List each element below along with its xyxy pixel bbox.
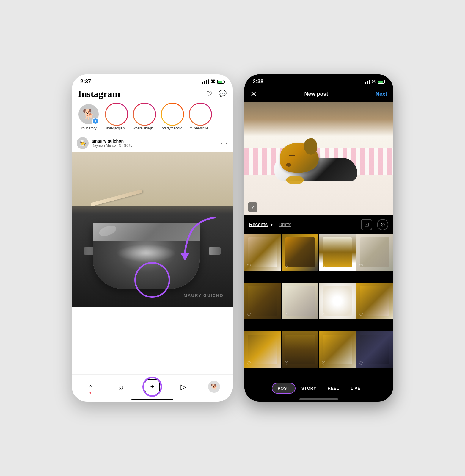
story-item-bradythecorgi[interactable]: 🐕 bradythecorgi	[161, 104, 184, 130]
photo-cell-10[interactable]: ♡	[282, 331, 319, 368]
nav-profile[interactable]: 🐕	[207, 379, 221, 394]
dog-silhouette	[274, 146, 363, 181]
select-multiple-icon: ⊡	[365, 221, 369, 228]
left-home-bar	[131, 399, 173, 400]
photo-12-heart: ♡	[359, 361, 363, 366]
brady-avatar-wrap: 🐕	[162, 104, 183, 125]
nav-home[interactable]: ⌂	[83, 379, 98, 394]
countertop	[72, 152, 232, 206]
post-more-button[interactable]: ···	[221, 140, 228, 147]
camera-icon: ⊙	[381, 221, 385, 228]
photo-cell-3[interactable]: ♡	[319, 234, 356, 271]
story-item-javier[interactable]: 👨‍🍳 javierjarquin...	[105, 104, 128, 130]
photo-cell-12[interactable]: ♡	[356, 331, 393, 368]
dog-eye-closed	[289, 155, 295, 156]
next-button[interactable]: Next	[376, 91, 387, 97]
expand-arrows-icon: ⤢	[251, 204, 255, 210]
photo-1-content	[248, 237, 277, 267]
photo-cell-4[interactable]: ♡	[356, 234, 393, 271]
nav-reels[interactable]: ▷	[176, 379, 191, 394]
post-header: 👨‍🍳 amaury guichon Raymon Marco · GIRRRL…	[72, 134, 232, 152]
javier-label: javierjarquin...	[106, 126, 128, 130]
reels-icon: ▷	[180, 382, 186, 392]
camera-button[interactable]: ⊙	[377, 219, 388, 230]
nav-add[interactable]: +	[145, 379, 160, 394]
expand-icon[interactable]: ⤢	[248, 202, 257, 212]
post-type-tab-bar: POST STORY REEL LIVE	[244, 379, 393, 397]
story-item-your-story[interactable]: 🐕 + Your story	[77, 104, 100, 130]
instagram-header: Instagram ♡ 💬	[72, 87, 232, 102]
add-button-highlight-ring	[142, 377, 162, 397]
photo-10-heart: ♡	[284, 361, 288, 366]
search-icon: ⌕	[119, 382, 124, 392]
photo-9-content	[248, 335, 277, 364]
photo-4-content	[360, 237, 389, 267]
bottom-nav: ⌂ ⌕ + ▷ 🐕	[72, 374, 232, 397]
watermark: MAURY GUICHO	[184, 293, 224, 298]
javier-avatar-wrap: 👨‍🍳	[106, 104, 127, 125]
left-status-bar: 2:37 ⌘	[72, 74, 232, 87]
drafts-tab[interactable]: Drafts	[279, 222, 291, 227]
photo-5-heart: ♡	[247, 312, 251, 317]
photo-11-content	[323, 335, 352, 364]
mikee-story-ring	[189, 103, 212, 126]
wifi-icon-right: ⌘	[372, 79, 376, 84]
recents-dropdown-arrow[interactable]: ▾	[271, 222, 273, 227]
tab-story[interactable]: STORY	[296, 383, 322, 393]
dog-head	[280, 143, 319, 173]
dog-paw-front	[286, 176, 304, 184]
stories-bar: 🐕 + Your story 👨‍🍳 javierjarquin... 😤	[72, 102, 232, 134]
story-item-whereisbagh[interactable]: 😤 whereisbagh...	[133, 104, 156, 130]
tab-post[interactable]: POST	[272, 383, 296, 394]
photo-2-heart: ♡	[284, 263, 288, 269]
instagram-logo: Instagram	[78, 88, 120, 99]
new-post-title: New post	[304, 91, 328, 97]
left-time: 2:37	[80, 79, 91, 85]
nav-search[interactable]: ⌕	[114, 379, 129, 394]
photo-6-heart: ♡	[284, 312, 288, 317]
home-icon: ⌂	[88, 382, 93, 392]
left-status-icons: ⌘	[202, 79, 224, 84]
photo-cell-5[interactable]: ♡	[244, 283, 281, 320]
select-multiple-button[interactable]: ⊡	[361, 219, 372, 230]
left-phone: 2:37 ⌘ Instagram ♡ 💬 🐕	[72, 74, 232, 402]
battery-icon	[217, 80, 224, 84]
photo-11-heart: ♡	[321, 361, 326, 366]
photo-12-content	[360, 335, 389, 364]
photo-cell-11[interactable]: ♡	[319, 331, 356, 368]
feed-image: MAURY GUICHO	[72, 152, 232, 307]
heart-icon[interactable]: ♡	[206, 90, 213, 98]
post-username[interactable]: amaury guichon	[92, 139, 221, 143]
photo-cell-6[interactable]: ♡	[282, 283, 319, 320]
photo-3-heart: ♡	[321, 263, 326, 269]
photo-grid: ♡ ♡ ♡ ♡ ♡ ♡ ♡ ♡	[244, 234, 393, 379]
gallery-toolbar: Recents ▾ Drafts ⊡ ⊙	[244, 215, 393, 234]
photo-cell-9[interactable]: ♡	[244, 331, 281, 368]
post-user-avatar: 👨‍🍳	[77, 137, 89, 149]
messenger-icon[interactable]: 💬	[219, 90, 227, 98]
photo-cell-1[interactable]: ♡	[244, 234, 281, 271]
circle-annotation	[134, 262, 170, 298]
home-notification-dot	[90, 392, 91, 394]
whereisbagh-story-ring	[133, 103, 156, 126]
story-item-mikeewinfie[interactable]: 😎 mikeewinfie...	[188, 104, 212, 130]
photo-cell-7[interactable]: ♡	[319, 283, 356, 320]
photo-cell-8[interactable]: ♡	[356, 283, 393, 320]
brady-label: bradythecorgi	[162, 126, 183, 130]
photo-4-heart: ♡	[359, 263, 363, 269]
photo-10-content	[285, 335, 315, 364]
svg-marker-0	[180, 253, 189, 261]
photo-8-heart: ♡	[359, 312, 363, 317]
photo-cell-2[interactable]: ♡	[282, 234, 319, 271]
preview-image: 🌸 🌸 ⤢	[244, 102, 393, 215]
pot-scene: MAURY GUICHO	[72, 152, 232, 307]
your-story-avatar-wrap: 🐕 +	[78, 104, 99, 125]
tab-reel[interactable]: REEL	[322, 383, 345, 393]
right-time: 2:38	[253, 79, 263, 85]
add-button[interactable]: +	[145, 379, 160, 394]
tab-live[interactable]: LIVE	[345, 383, 366, 393]
add-story-badge: +	[92, 118, 99, 124]
close-button[interactable]: ✕	[250, 90, 257, 99]
photo-3-content	[323, 237, 352, 267]
recents-tab[interactable]: Recents	[249, 222, 268, 227]
